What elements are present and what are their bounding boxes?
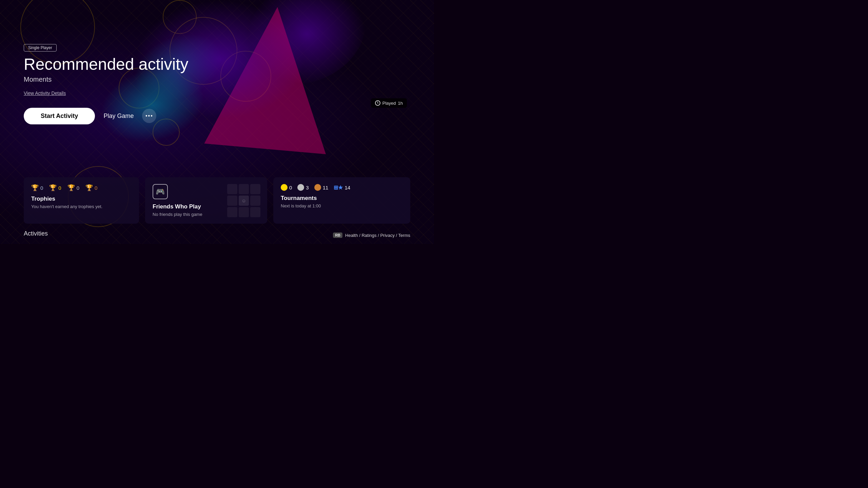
bronze-icon: 🏆 [85, 184, 93, 191]
activity-subtitle: Moments [24, 76, 214, 83]
played-label: Played [382, 101, 396, 106]
trophy-gold: 🏆 0 [49, 184, 61, 191]
trophy-silver: 🏆 0 [67, 184, 79, 191]
tourn-gold-icon [281, 184, 288, 191]
gold-count: 0 [58, 185, 61, 191]
rb-badge: RB [333, 232, 342, 238]
start-activity-button[interactable]: Start Activity [24, 108, 95, 124]
bottom-cards: 🏆 0 🏆 0 🏆 0 🏆 0 Trophies You haven't ear… [24, 177, 410, 224]
friends-icon-glyph: 🎮 [156, 187, 165, 196]
tourn-gold: 0 [281, 184, 292, 191]
friends-avatars: ☺ [227, 184, 260, 217]
tournament-trophies: 0 3 11 ⊞★ 14 [281, 184, 403, 191]
bronze-count: 0 [95, 185, 97, 191]
tournaments-desc: Next is today at 1:00 [281, 203, 403, 208]
tourn-bronze-icon [314, 184, 321, 191]
tourn-silver-count: 3 [306, 185, 309, 190]
trophies-desc: You haven't earned any trophies yet. [31, 204, 132, 209]
silver-count: 0 [77, 185, 79, 191]
played-badge: Played 1h [371, 98, 407, 108]
tourn-silver-icon [297, 184, 304, 191]
avatar-9 [250, 207, 260, 217]
platinum-icon: 🏆 [31, 184, 39, 191]
tourn-silver: 3 [297, 184, 309, 191]
avatar-4 [227, 196, 237, 206]
main-section: Single Player Recommended activity Momen… [24, 44, 214, 138]
trophy-row: 🏆 0 🏆 0 🏆 0 🏆 0 [31, 184, 132, 191]
tourn-gold-count: 0 [289, 185, 292, 190]
tourn-star: ⊞★ 14 [334, 184, 350, 191]
avatar-3 [250, 184, 260, 194]
platinum-count: 0 [40, 185, 43, 191]
avatar-5: ☺ [239, 196, 249, 206]
tourn-star-count: 14 [344, 185, 350, 190]
clock-icon [375, 100, 380, 106]
play-game-button[interactable]: Play Game [103, 113, 134, 120]
activities-label: Activities [24, 230, 48, 237]
star-icon: ⊞★ [334, 184, 343, 191]
friends-card: 🎮 Friends Who Play No friends play this … [145, 177, 267, 224]
avatar-7 [227, 207, 237, 217]
more-options-button[interactable]: ••• [142, 109, 156, 123]
silver-icon: 🏆 [67, 184, 75, 191]
avatar-8 [239, 207, 249, 217]
trophy-platinum: 🏆 0 [31, 184, 43, 191]
avatar-2 [239, 184, 249, 194]
tournaments-card: 0 3 11 ⊞★ 14 Tournaments Next is today a… [273, 177, 410, 224]
footer-right: RB Health / Ratings / Privacy / Terms [333, 232, 410, 238]
trophy-bronze: 🏆 0 [85, 184, 97, 191]
view-details-link[interactable]: View Activity Details [24, 90, 66, 96]
tourn-bronze-count: 11 [323, 185, 329, 190]
trophies-title: Trophies [31, 196, 132, 202]
trophies-card: 🏆 0 🏆 0 🏆 0 🏆 0 Trophies You haven't ear… [24, 177, 139, 224]
single-player-badge: Single Player [24, 44, 57, 52]
avatar-1 [227, 184, 237, 194]
health-label: Health / Ratings / Privacy / Terms [345, 233, 410, 238]
tourn-bronze: 11 [314, 184, 329, 191]
played-duration: 1h [398, 101, 403, 106]
friends-icon: 🎮 [153, 184, 168, 199]
avatar-6 [250, 196, 260, 206]
recommended-title: Recommended activity [24, 56, 214, 74]
tournaments-title: Tournaments [281, 195, 403, 202]
gold-icon: 🏆 [49, 184, 57, 191]
action-buttons: Start Activity Play Game ••• [24, 108, 214, 124]
